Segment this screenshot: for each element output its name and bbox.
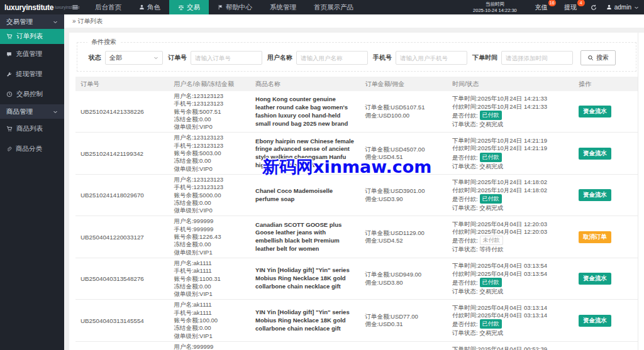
nav-item[interactable]: 后台首页: [86, 0, 130, 14]
order-status: 订单状态: 交易完成: [452, 329, 579, 337]
status-label: 状态: [89, 53, 101, 62]
search-field-label: 下单时间: [472, 53, 497, 62]
scrollbar[interactable]: [638, 33, 644, 350]
order-amount: 订单金额:USD77.00 佣金:USD0.31: [365, 313, 452, 329]
pay-question-label: 是否付款:: [452, 236, 478, 244]
user-info: 用户名:123123123 手机号:123123123 账号余额:5000.00…: [174, 176, 255, 214]
menu-toggle-icon[interactable]: [64, 0, 86, 14]
sidebar-item[interactable]: 商品列表: [0, 119, 64, 139]
sidebar-item-label: 交易控制: [16, 90, 43, 99]
sidebar-group-label: 商品管理: [6, 107, 33, 116]
time-status: 下单时间:2025年04月04日 03:13:14 付款时间:2025年04月0…: [452, 304, 579, 337]
order-times: 下单时间:2025年04月04日 00:52:39 付款时间:2025年04月0…: [452, 346, 579, 350]
order-times: 下单时间:2025年10月24日 14:21:33 付款时间:2025年10月2…: [452, 95, 579, 111]
pay-status-badge: 已付款: [480, 319, 502, 329]
row-action-button[interactable]: 资金流水: [579, 189, 611, 201]
row-action-button[interactable]: 资金流水: [579, 273, 611, 285]
pay-status-badge: 未付款: [480, 236, 503, 245]
refresh-icon[interactable]: [591, 4, 597, 11]
link-icon: [6, 146, 12, 152]
pay-status-badge: 已付款: [480, 153, 502, 162]
row-action-button[interactable]: 资金流水: [579, 315, 611, 327]
nav-item-label: 交易: [187, 3, 200, 12]
admin-menu[interactable]: admin: [606, 4, 639, 11]
order-status: 订单状态: 等待付款: [452, 245, 579, 253]
table-row: UB2504040313145554 用户名:ak1111 手机号:ak1111…: [75, 300, 638, 341]
sidebar-item[interactable]: 订单列表: [0, 29, 64, 44]
nav-item-label: 首页展示产品: [314, 3, 353, 12]
user-info: 用户名:999999 手机号:999999 账号余额:1226.43 冻结金额:…: [174, 217, 255, 256]
nav-item[interactable]: 帮助中心: [209, 0, 261, 14]
nav-item-label: 系统管理: [270, 3, 296, 12]
withdraw-link[interactable]: 提现 4: [564, 3, 577, 12]
order-amount: 订单金额:USD3901.00 佣金:USD3.90: [365, 187, 452, 203]
sidebar-group-label: 交易管理: [6, 18, 33, 26]
clock-icon: [6, 91, 13, 97]
recharge-link[interactable]: 充值 16: [535, 3, 548, 12]
time-status: 下单时间:2025年10月24日 14:21:19 付款时间:2025年10月2…: [452, 137, 579, 170]
status-select[interactable]: 全部: [105, 51, 163, 65]
comment-icon: [6, 52, 12, 57]
sidebar-item[interactable]: 提现管理: [0, 64, 64, 84]
row-action-button[interactable]: 取消订单: [579, 231, 611, 243]
chevron-down-icon: [153, 55, 158, 60]
table-header-cell: 操作: [579, 80, 638, 89]
nav-item[interactable]: 系统管理: [261, 0, 305, 14]
sidebar-group[interactable]: 交易管理: [0, 14, 64, 29]
sidebar-item[interactable]: 交易控制: [0, 84, 64, 104]
search-fields: 订单号 用户名称 手机号 下单时间: [163, 51, 573, 65]
chevron-down-icon: [634, 5, 639, 10]
sidebar-item[interactable]: 商品分类: [0, 139, 64, 159]
chevron-down-icon: [53, 109, 58, 114]
pay-question-label: 是否付款:: [452, 153, 478, 161]
sidebar-group[interactable]: 商品管理: [0, 104, 64, 119]
cart-icon: [6, 33, 13, 40]
withdraw-badge: 4: [577, 0, 585, 6]
nav-item[interactable]: 首页展示产品: [305, 0, 362, 14]
sidebar: 交易管理 订单列表 充值管理 提现管理 交易控制 商品管理 商品列表 商品分类: [0, 14, 64, 350]
search-input[interactable]: [501, 51, 573, 65]
product-name: YIN Yin [Holiday gift] "Yin" series Mobi…: [255, 266, 365, 290]
cart-icon: [6, 126, 13, 132]
search-field-label: 订单号: [168, 53, 187, 62]
main-area: » 订单列表 条件搜索 状态 全部 订单号 用户名称 手机号 下单时间 搜索: [64, 14, 644, 350]
pay-question-label: 是否付款:: [452, 195, 478, 203]
row-action-button[interactable]: 资金流水: [579, 148, 611, 160]
order-status: 订单状态: 交易完成: [452, 204, 579, 212]
time-status: 下单时间:2025年04月04日 03:13:54 付款时间:2025年04月0…: [452, 262, 579, 295]
sidebar-item-label: 订单列表: [16, 32, 43, 41]
user-info: 用户名:ak1111 手机号:ak1111 账号余额:100.00 冻结金额:0…: [174, 301, 255, 339]
nav-item-label: 角色: [147, 3, 160, 12]
product-name: YIN Yin [Holiday gift] "Yin" series Mobi…: [255, 309, 365, 332]
search-icon: [587, 55, 594, 61]
search-field-label: 用户名称: [267, 53, 292, 62]
current-time-value: 2025-10-24 14:22:30: [473, 8, 517, 14]
sidebar-item-label: 商品列表: [16, 124, 43, 133]
search-field: 用户名称: [262, 51, 368, 65]
product-name: Ebony hairpin new Chinese female fringe …: [255, 138, 365, 170]
pay-question-label: 是否付款:: [452, 320, 478, 328]
row-action-button[interactable]: 资金流水: [579, 106, 611, 118]
nav-item[interactable]: 交易: [169, 0, 209, 14]
search-input[interactable]: [396, 51, 467, 65]
table-header: 订单号用户名/余额/冻结金额商品名称订单金额/佣金时间/状态操作: [75, 77, 638, 91]
order-amount: 订单金额:USD4507.00 佣金:USD4.51: [365, 146, 452, 161]
nav-item[interactable]: 角色: [130, 0, 169, 14]
time-status: 下单时间:2025年10月24日 14:18:02 付款时间:2025年10月2…: [452, 178, 579, 212]
status-select-value: 全部: [109, 53, 122, 62]
wrench-icon: [6, 72, 12, 77]
nav-item-label: 帮助中心: [226, 3, 252, 12]
sidebar-item[interactable]: 充值管理: [0, 44, 64, 64]
app-logo-text: luxuryinstitute: [4, 3, 53, 12]
order-number: UB2510241421199342: [75, 150, 174, 157]
search-input[interactable]: [296, 51, 368, 65]
order-times: 下单时间:2025年10月24日 14:18:02 付款时间:2025年10月2…: [452, 178, 579, 194]
search-button[interactable]: 搜索: [580, 50, 616, 65]
app-logo: luxuryinstitute luxuryinstitute: [0, 0, 64, 14]
order-status: 订单状态: 交易完成: [452, 120, 579, 128]
order-status: 订单状态: 交易完成: [452, 287, 579, 295]
order-status: 订单状态: 交易完成: [452, 162, 579, 170]
order-number: UB2510241418029670: [75, 192, 174, 199]
balance-icon: [178, 4, 184, 11]
search-input[interactable]: [191, 51, 262, 65]
